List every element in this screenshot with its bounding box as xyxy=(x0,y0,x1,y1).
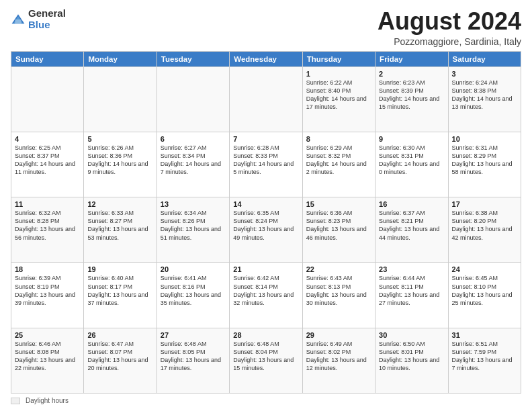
day-number: 27 xyxy=(161,331,226,339)
day-info: Sunrise: 6:32 AM Sunset: 8:28 PM Dayligh… xyxy=(15,209,80,242)
day-number: 22 xyxy=(306,265,371,273)
calendar-day-cell: 13Sunrise: 6:34 AM Sunset: 8:26 PM Dayli… xyxy=(157,197,229,263)
calendar-table: SundayMondayTuesdayWednesdayThursdayFrid… xyxy=(11,51,521,394)
day-number: 13 xyxy=(161,200,226,208)
day-number: 3 xyxy=(452,70,517,78)
day-info: Sunrise: 6:51 AM Sunset: 7:59 PM Dayligh… xyxy=(452,340,517,373)
calendar-day-cell: 21Sunrise: 6:42 AM Sunset: 8:14 PM Dayli… xyxy=(230,263,302,328)
day-info: Sunrise: 6:44 AM Sunset: 8:11 PM Dayligh… xyxy=(379,274,444,307)
calendar-day-cell: 9Sunrise: 6:30 AM Sunset: 8:31 PM Daylig… xyxy=(375,132,448,197)
calendar-day-cell: 22Sunrise: 6:43 AM Sunset: 8:13 PM Dayli… xyxy=(302,263,375,328)
calendar-day-cell: 15Sunrise: 6:36 AM Sunset: 8:23 PM Dayli… xyxy=(302,197,375,263)
calendar-week-row: 25Sunrise: 6:46 AM Sunset: 8:08 PM Dayli… xyxy=(11,328,521,393)
day-info: Sunrise: 6:50 AM Sunset: 8:01 PM Dayligh… xyxy=(379,340,444,373)
calendar-day-cell: 5Sunrise: 6:26 AM Sunset: 8:36 PM Daylig… xyxy=(84,132,157,197)
day-info: Sunrise: 6:38 AM Sunset: 8:20 PM Dayligh… xyxy=(452,209,517,242)
day-number: 16 xyxy=(379,200,444,208)
calendar-day-header: Friday xyxy=(375,51,448,66)
calendar-day-cell: 17Sunrise: 6:38 AM Sunset: 8:20 PM Dayli… xyxy=(448,197,521,263)
day-number: 11 xyxy=(15,200,80,208)
day-number: 10 xyxy=(452,135,517,143)
day-info: Sunrise: 6:26 AM Sunset: 8:36 PM Dayligh… xyxy=(87,144,152,177)
day-number: 18 xyxy=(15,265,80,273)
day-info: Sunrise: 6:23 AM Sunset: 8:39 PM Dayligh… xyxy=(379,79,444,111)
calendar-day-cell xyxy=(157,66,229,132)
day-info: Sunrise: 6:28 AM Sunset: 8:33 PM Dayligh… xyxy=(233,144,298,177)
calendar-day-cell: 12Sunrise: 6:33 AM Sunset: 8:27 PM Dayli… xyxy=(84,197,157,263)
legend-label: Daylight hours xyxy=(26,397,69,404)
day-number: 2 xyxy=(379,70,444,78)
calendar-day-header: Sunday xyxy=(11,51,84,66)
day-number: 30 xyxy=(379,331,444,339)
header: General Blue August 2024 Pozzomaggiore, … xyxy=(11,8,521,47)
day-number: 6 xyxy=(161,135,226,143)
day-info: Sunrise: 6:41 AM Sunset: 8:16 PM Dayligh… xyxy=(161,274,226,307)
calendar-header-row: SundayMondayTuesdayWednesdayThursdayFrid… xyxy=(11,51,521,66)
day-number: 1 xyxy=(306,70,371,78)
day-info: Sunrise: 6:40 AM Sunset: 8:17 PM Dayligh… xyxy=(87,274,152,307)
location-title: Pozzomaggiore, Sardinia, Italy xyxy=(378,36,521,47)
day-number: 17 xyxy=(452,200,517,208)
day-info: Sunrise: 6:31 AM Sunset: 8:29 PM Dayligh… xyxy=(452,144,517,177)
calendar-day-cell: 25Sunrise: 6:46 AM Sunset: 8:08 PM Dayli… xyxy=(11,328,84,393)
calendar-week-row: 1Sunrise: 6:22 AM Sunset: 8:40 PM Daylig… xyxy=(11,66,521,132)
day-info: Sunrise: 6:46 AM Sunset: 8:08 PM Dayligh… xyxy=(15,340,80,373)
day-number: 7 xyxy=(233,135,298,143)
day-number: 26 xyxy=(87,331,152,339)
calendar-day-cell xyxy=(84,66,157,132)
calendar-day-cell xyxy=(11,66,84,132)
day-info: Sunrise: 6:39 AM Sunset: 8:19 PM Dayligh… xyxy=(15,274,80,307)
title-area: August 2024 Pozzomaggiore, Sardinia, Ita… xyxy=(378,8,521,47)
calendar-day-cell: 26Sunrise: 6:47 AM Sunset: 8:07 PM Dayli… xyxy=(84,328,157,393)
calendar-day-cell: 31Sunrise: 6:51 AM Sunset: 7:59 PM Dayli… xyxy=(448,328,521,393)
day-info: Sunrise: 6:37 AM Sunset: 8:21 PM Dayligh… xyxy=(379,209,444,242)
calendar-day-header: Tuesday xyxy=(157,51,229,66)
day-info: Sunrise: 6:35 AM Sunset: 8:24 PM Dayligh… xyxy=(233,209,298,242)
day-info: Sunrise: 6:22 AM Sunset: 8:40 PM Dayligh… xyxy=(306,79,371,111)
day-info: Sunrise: 6:27 AM Sunset: 8:34 PM Dayligh… xyxy=(161,144,226,177)
day-number: 24 xyxy=(452,265,517,273)
day-info: Sunrise: 6:25 AM Sunset: 8:37 PM Dayligh… xyxy=(15,144,80,177)
day-number: 25 xyxy=(15,331,80,339)
day-info: Sunrise: 6:43 AM Sunset: 8:13 PM Dayligh… xyxy=(306,274,371,307)
day-info: Sunrise: 6:48 AM Sunset: 8:04 PM Dayligh… xyxy=(233,340,298,373)
footer: Daylight hours xyxy=(11,397,521,404)
month-title: August 2024 xyxy=(378,8,521,35)
calendar-day-cell xyxy=(230,66,302,132)
calendar-day-cell: 4Sunrise: 6:25 AM Sunset: 8:37 PM Daylig… xyxy=(11,132,84,197)
day-number: 31 xyxy=(452,331,517,339)
day-info: Sunrise: 6:42 AM Sunset: 8:14 PM Dayligh… xyxy=(233,274,298,307)
day-number: 8 xyxy=(306,135,371,143)
calendar-day-cell: 30Sunrise: 6:50 AM Sunset: 8:01 PM Dayli… xyxy=(375,328,448,393)
calendar-day-cell: 16Sunrise: 6:37 AM Sunset: 8:21 PM Dayli… xyxy=(375,197,448,263)
calendar-day-cell: 7Sunrise: 6:28 AM Sunset: 8:33 PM Daylig… xyxy=(230,132,302,197)
calendar-week-row: 11Sunrise: 6:32 AM Sunset: 8:28 PM Dayli… xyxy=(11,197,521,263)
day-info: Sunrise: 6:33 AM Sunset: 8:27 PM Dayligh… xyxy=(87,209,152,242)
day-info: Sunrise: 6:49 AM Sunset: 8:02 PM Dayligh… xyxy=(306,340,371,373)
day-info: Sunrise: 6:47 AM Sunset: 8:07 PM Dayligh… xyxy=(87,340,152,373)
day-number: 4 xyxy=(15,135,80,143)
svg-rect-2 xyxy=(15,19,21,24)
calendar-day-cell: 23Sunrise: 6:44 AM Sunset: 8:11 PM Dayli… xyxy=(375,263,448,328)
logo-general: General xyxy=(28,7,66,19)
calendar-week-row: 4Sunrise: 6:25 AM Sunset: 8:37 PM Daylig… xyxy=(11,132,521,197)
day-number: 20 xyxy=(161,265,226,273)
calendar-day-cell: 24Sunrise: 6:45 AM Sunset: 8:10 PM Dayli… xyxy=(448,263,521,328)
day-number: 14 xyxy=(233,200,298,208)
calendar-day-cell: 27Sunrise: 6:48 AM Sunset: 8:05 PM Dayli… xyxy=(157,328,229,393)
calendar-week-row: 18Sunrise: 6:39 AM Sunset: 8:19 PM Dayli… xyxy=(11,263,521,328)
day-number: 15 xyxy=(306,200,371,208)
calendar-day-cell: 6Sunrise: 6:27 AM Sunset: 8:34 PM Daylig… xyxy=(157,132,229,197)
logo-blue: Blue xyxy=(28,19,50,30)
day-info: Sunrise: 6:36 AM Sunset: 8:23 PM Dayligh… xyxy=(306,209,371,242)
calendar-day-cell: 14Sunrise: 6:35 AM Sunset: 8:24 PM Dayli… xyxy=(230,197,302,263)
day-number: 9 xyxy=(379,135,444,143)
calendar-day-cell: 8Sunrise: 6:29 AM Sunset: 8:32 PM Daylig… xyxy=(302,132,375,197)
day-info: Sunrise: 6:34 AM Sunset: 8:26 PM Dayligh… xyxy=(161,209,226,242)
calendar-day-cell: 18Sunrise: 6:39 AM Sunset: 8:19 PM Dayli… xyxy=(11,263,84,328)
day-number: 5 xyxy=(87,135,152,143)
calendar-day-cell: 19Sunrise: 6:40 AM Sunset: 8:17 PM Dayli… xyxy=(84,263,157,328)
day-number: 21 xyxy=(233,265,298,273)
calendar-day-header: Wednesday xyxy=(230,51,302,66)
logo-icon xyxy=(11,12,26,27)
